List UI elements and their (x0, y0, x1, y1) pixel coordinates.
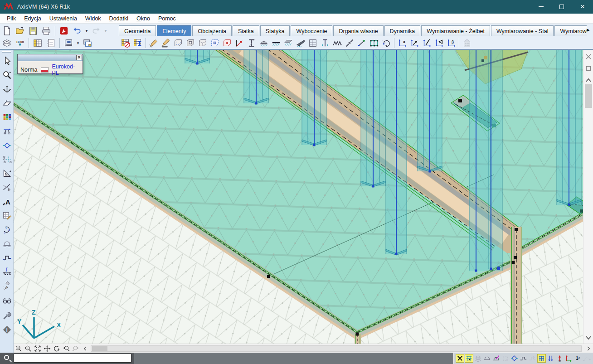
tab-dynamika[interactable]: Dynamika (384, 25, 421, 36)
local-x-direction-button[interactable]: x (396, 38, 408, 49)
parts-status-toggle[interactable] (483, 354, 491, 363)
line-support-button[interactable] (270, 38, 282, 49)
cross-section-table-button[interactable] (132, 38, 144, 49)
local-z-reference-button[interactable] (421, 38, 433, 49)
close-button[interactable]: × (572, 0, 593, 14)
parts-button[interactable] (1, 238, 12, 249)
info-button[interactable] (1, 324, 12, 335)
scroll-up-icon[interactable] (584, 76, 593, 84)
panel-close-icon[interactable] (584, 53, 593, 61)
open-file-button[interactable] (14, 25, 26, 36)
search-torch-button[interactable] (1, 280, 12, 291)
renumbering-button[interactable] (1, 224, 12, 235)
section-segment-button[interactable] (1, 266, 12, 277)
nodal-support-button[interactable] (282, 38, 294, 49)
domain-delete-button[interactable] (221, 38, 233, 49)
maximize-button[interactable] (551, 0, 572, 14)
rigid-element-button[interactable] (356, 38, 368, 49)
snap-to-node-toggle[interactable] (456, 354, 464, 363)
settings-wrench-button[interactable] (1, 310, 12, 321)
domain-contour-button[interactable] (209, 38, 221, 49)
zoom-in-button[interactable] (14, 345, 23, 353)
layers-button[interactable] (1, 38, 13, 49)
panel-restore-icon[interactable] (584, 64, 593, 73)
rotate-local-system-button[interactable] (380, 38, 392, 49)
text-box-button[interactable] (1, 196, 12, 207)
model-viewport[interactable]: Z Y X (14, 50, 583, 344)
path-status-toggle[interactable] (519, 354, 528, 363)
surface-support-button[interactable] (258, 38, 270, 49)
supports-display-toggle[interactable] (555, 354, 564, 363)
tab-obciazenia[interactable]: Obciążenia (192, 25, 232, 36)
tab-siatka[interactable]: Siatka (233, 25, 259, 36)
draw-objects-directly-button[interactable] (148, 38, 160, 49)
nurbs-status-toggle[interactable] (583, 354, 591, 363)
tab-geometria[interactable]: Geometria (119, 25, 156, 36)
pdf-export-button[interactable] (58, 25, 70, 36)
display-options-button[interactable] (1, 295, 12, 306)
tabs-overflow-arrow[interactable]: ▶ (587, 26, 592, 34)
material-table-button[interactable] (120, 38, 131, 49)
zoom-button[interactable] (1, 69, 12, 80)
spring-element-button[interactable] (331, 38, 343, 49)
gap-element-button[interactable] (344, 38, 355, 49)
dimension-status-toggle[interactable] (510, 354, 519, 363)
tab-wyboczenie[interactable]: Wyboczenie (291, 25, 332, 36)
geometry-tools-button[interactable] (1, 168, 12, 179)
library-dropdown-caret[interactable]: ▾ (76, 41, 80, 45)
diaphragm-button[interactable] (368, 38, 380, 49)
pan-button[interactable] (42, 345, 52, 353)
storeys-button[interactable] (461, 38, 473, 49)
tab-wymiarowanie-stal[interactable]: Wymiarowanie - Stal (491, 25, 554, 36)
line-elements-button[interactable] (233, 38, 245, 49)
tab-statyka[interactable]: Statyka (260, 25, 290, 36)
save-file-button[interactable] (27, 25, 39, 36)
palette-close-icon[interactable]: × (76, 55, 82, 60)
undo-button[interactable] (71, 25, 83, 36)
horizontal-scrollbar[interactable] (91, 345, 582, 352)
zoom-out-button[interactable] (23, 345, 33, 353)
redo-dropdown-caret[interactable]: ▾ (103, 29, 108, 33)
drawing-parameters-button[interactable] (82, 38, 93, 49)
loads-display-toggle[interactable] (546, 354, 555, 363)
scroll-right-icon[interactable] (583, 345, 593, 353)
local-x-reference-button[interactable] (408, 38, 420, 49)
layers-status-toggle[interactable] (474, 354, 482, 363)
sections-status-toggle[interactable] (501, 354, 510, 363)
scroll-left-icon[interactable] (80, 345, 90, 353)
coordinate-search-input[interactable] (14, 354, 131, 363)
link-elements-button[interactable] (307, 38, 319, 49)
menu-okno[interactable]: Okno (132, 15, 154, 23)
table-edit-button[interactable] (1, 210, 12, 221)
draw-objects-base-button[interactable] (160, 38, 172, 49)
dimension-move-button[interactable] (1, 140, 12, 150)
menu-plik[interactable]: Plik (3, 15, 20, 23)
norma-palette[interactable]: × Norma Eurokod-PL (17, 54, 83, 74)
table-browser-button[interactable] (32, 38, 44, 49)
grid-display-toggle[interactable] (537, 354, 546, 363)
tab-wymiarowanie-drewno[interactable]: Wymiarowanie - Drewno (554, 25, 587, 36)
rotate-view-button[interactable] (52, 345, 61, 353)
library-button[interactable] (63, 38, 74, 49)
print-button[interactable] (40, 25, 52, 36)
domain-hole-button[interactable] (185, 38, 196, 49)
menu-widok[interactable]: Widok (81, 15, 105, 23)
menu-edycja[interactable]: Edycja (20, 15, 45, 23)
selection-button[interactable] (1, 55, 12, 66)
local-beta-angle-button[interactable]: β (445, 38, 457, 49)
report-maker-button[interactable] (45, 38, 57, 49)
horizontal-scrollbar-thumb[interactable] (92, 346, 107, 351)
tab-drgania-wlasne[interactable]: Drgania własne (333, 25, 383, 36)
redo-button[interactable] (90, 25, 102, 36)
design-code-link[interactable]: Eurokod-PL (52, 63, 80, 76)
tab-elementy[interactable]: Elementy (157, 25, 191, 36)
workplanes-button[interactable] (1, 97, 12, 108)
local-plane-reference-button[interactable] (433, 38, 445, 49)
menu-pomoc[interactable]: Pomoc (154, 15, 180, 23)
local-axes-display-toggle[interactable] (564, 354, 573, 363)
next-view-button[interactable] (71, 345, 80, 353)
color-coding-button[interactable] (1, 112, 12, 122)
snap-to-grid-toggle[interactable] (465, 354, 473, 363)
domain-button[interactable] (172, 38, 184, 49)
path-inactive-toggle[interactable] (528, 354, 537, 363)
